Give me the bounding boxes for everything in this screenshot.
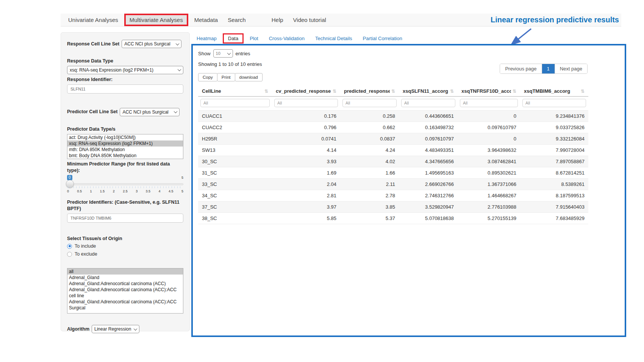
tissue-radio-to-include[interactable]: To include [67,243,183,249]
column-header-xsqslfn11-accorg[interactable]: xsqSLFN11_accorg⇅ [399,85,458,97]
value-cell: 7.915640403 [520,201,588,213]
slider-tick-label: 3.5 [146,189,151,193]
value-cell: 0.258 [340,111,399,122]
cellline-cell: 30_SC [198,156,272,167]
tissue-option[interactable]: Adrenal_Gland:Adrenocortical carcinoma (… [67,299,183,311]
column-filter-input-xsqtmbim6-accorg[interactable] [522,99,586,107]
annotation-text: Linear regression predictive results [491,16,619,24]
cellline-cell: H295R [198,133,272,145]
nav-item-metadata[interactable]: Metadata [191,14,222,25]
data-type-option-act[interactable]: act: Drug Activity (-log10[IC50M]) [67,134,183,140]
column-header-label: xsqTMBIM6_accorg [524,88,570,94]
tab-partial-correlation[interactable]: Partial Correlation [358,34,408,43]
column-header-label: xsqSLFN11_accorg [403,88,448,94]
column-header-xsqtmbim6-accorg[interactable]: xsqTMBIM6_accorg⇅ [520,85,588,97]
value-cell: 0 [458,133,520,145]
tab-cross-validation[interactable]: Cross-Validation [264,34,310,43]
sort-icon[interactable]: ⇅ [264,89,268,94]
column-header-inner: xsqTNFRSF10D_accorg⇅ [461,88,516,94]
column-filter-input-predicted-response[interactable] [342,99,397,107]
column-filter-cell [399,97,458,111]
column-filter-input-cv-predicted-response[interactable] [274,99,338,107]
pagination: Previous page 1 Next page [500,64,588,74]
table-row: CUACC10.1760.2580.44360665109.234841376 [198,111,588,122]
top-bar: Univariate AnalysesMultivariate Analyses… [61,14,621,27]
sort-icon[interactable]: ⇅ [391,89,395,94]
response-identifier-input[interactable] [67,84,183,94]
response-data-type-select[interactable]: xsq: RNA-seq Expression (log2 FPKM+1) [67,66,183,74]
min-predictor-range-slider[interactable]: 0 5 00.511.522.533.544.55 [67,175,183,195]
column-header-predicted-response[interactable]: predicted_response⇅ [340,85,399,97]
tissue-option[interactable]: Adrenal_Gland [67,275,183,281]
nav-item-video-tutorial[interactable]: Video tutorial [289,14,330,25]
value-cell: 0.097610797 [458,122,520,133]
data-type-option-xsq[interactable]: xsq: RNA-seq Expression (log2 FPKM+1) [67,140,183,147]
data-type-option-mth[interactable]: mth: DNA 850K Methylation [67,147,183,153]
next-page-button[interactable]: Next page [555,64,587,73]
predictor-data-types-label: Predictor Data Type/s [67,126,183,133]
nav-item-help[interactable]: Help [268,14,287,25]
print-button[interactable]: Print [217,73,235,81]
top-nav: Univariate AnalysesMultivariate Analyses… [64,14,332,26]
column-header-cellline[interactable]: CellLine⇅ [198,85,272,97]
column-header-cv-predicted-response[interactable]: cv_predicted_response⇅ [272,85,340,97]
predictor-identifiers-label: Predictor Identifiers: (Case-Sensitive, … [67,199,181,212]
response-cell-line-set-select[interactable]: ACC NCI plus Surgical [122,40,181,48]
chevron-down-icon [227,51,231,55]
tab-heatmap[interactable]: Heatmap [191,34,222,43]
value-cell: 7.990728004 [520,145,588,156]
value-cell: 4.347665656 [399,156,458,167]
table-row: 38_SC5.855.375.0708186385.2701551397.683… [198,213,588,224]
entries-select[interactable]: 10 [213,49,233,58]
sort-icon[interactable]: ⇅ [450,89,454,94]
value-cell: 3.85 [340,201,399,213]
slider-tick-label: 4 [159,189,161,193]
tissue-option[interactable]: Adrenal_Gland:Adrenocortical carcinoma (… [67,281,183,287]
value-cell: 4.14 [272,145,340,156]
sort-icon[interactable]: ⇅ [581,89,585,94]
nav-item-search[interactable]: Search [224,14,250,25]
download-button[interactable]: download [235,73,263,81]
value-cell: 1.464668267 [458,190,520,201]
chevron-down-icon [174,109,178,113]
table-row: 31_SC1.691.661.4956951630.8953026218.672… [198,167,588,179]
predictor-identifiers-input[interactable] [67,214,183,223]
nav-item-multivariate-analyses[interactable]: Multivariate Analyses [124,14,188,26]
tissue-radio-to-exclude[interactable]: To exclude [67,251,183,257]
predictor-cell-line-set-select[interactable]: ACC NCI plus Surgical [120,108,180,116]
slider-track[interactable] [67,183,183,185]
page-number-button[interactable]: 1 [542,64,555,73]
tab-plot[interactable]: Plot [244,34,263,43]
value-cell: 0.0837 [340,133,399,145]
column-filter-cell [272,97,340,111]
column-header-xsqtnfrsf10d-accorg[interactable]: xsqTNFRSF10D_accorg⇅ [458,85,520,97]
predictor-data-types-listbox[interactable]: act: Drug Activity (-log10[IC50M])xsq: R… [67,134,183,159]
previous-page-button[interactable]: Previous page [500,64,541,73]
slider-tick-label: 2.5 [123,189,128,193]
sort-icon[interactable]: ⇅ [333,89,336,94]
entries-value: 10 [216,51,220,56]
nav-item-univariate-analyses[interactable]: Univariate Analyses [64,14,122,25]
entries-suffix: entries [236,51,250,56]
tab-technical-details[interactable]: Technical Details [310,34,358,43]
radio-button-icon[interactable] [67,252,72,257]
slider-tick-label: 1 [90,189,92,193]
response-identifier-label: Response Identifier: [67,76,183,83]
algorithm-select[interactable]: Linear Regression [92,325,139,333]
sort-icon[interactable]: ⇅ [513,89,516,94]
column-filter-cell [458,97,520,111]
column-filter-input-xsqtnfrsf10d-accorg[interactable] [460,99,518,107]
value-cell: 2.78 [340,190,399,201]
tissue-option[interactable]: Adrenal_Gland:Adrenocortical carcinoma (… [67,287,183,299]
tab-data[interactable]: Data [223,33,244,44]
tissue-origin-listbox[interactable]: allAdrenal_GlandAdrenal_Gland:Adrenocort… [67,268,183,314]
data-type-option-bmt[interactable]: bmt: Body DNA 850K Methylation [67,153,183,159]
copy-button[interactable]: Copy [198,73,217,81]
column-filter-input-xsqslfn11-accorg[interactable] [401,99,455,107]
predictor-cell-line-set-value: ACC NCI plus Surgical [122,109,168,115]
min-predictor-range-label: Minimum Predictor Range (for first liste… [67,161,183,174]
radio-button-icon[interactable] [67,244,72,249]
column-filter-input-cellline[interactable] [200,99,270,107]
tissue-option[interactable]: all [67,268,183,275]
value-cell: 9.033725826 [520,122,588,133]
